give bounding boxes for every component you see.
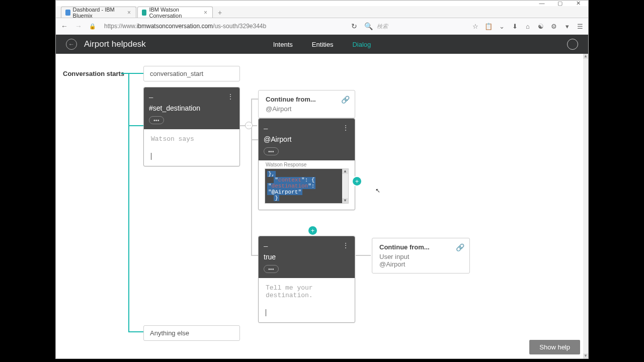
add-sibling-button[interactable]: + <box>353 177 361 186</box>
tab-close-icon[interactable]: × <box>204 9 207 16</box>
connector-line <box>356 255 371 256</box>
home-icon[interactable]: ⌂ <box>523 21 533 31</box>
link-icon[interactable]: 🔗 <box>341 96 350 104</box>
condition-more-icon[interactable]: ••• <box>149 116 164 124</box>
link-icon[interactable]: 🔗 <box>456 243 464 251</box>
connector-line <box>128 73 129 331</box>
tab-close-icon[interactable]: × <box>127 9 131 16</box>
node-header[interactable]: – ⋮ #set_destination ••• <box>144 87 239 129</box>
reload-button[interactable]: ↻ <box>349 21 360 32</box>
collapse-icon[interactable]: – <box>264 241 268 250</box>
dialog-canvas[interactable]: ▲ ▼ Conversation starts conversation_sta… <box>56 54 588 358</box>
watson-favicon-icon <box>142 10 146 16</box>
continue-target: @Airport <box>266 105 348 113</box>
node-condition: #set_destination <box>149 104 234 112</box>
browser-tab-bluemix[interactable]: Dashboard - IBM Bluemix × <box>61 7 136 18</box>
watson-response-label: Watson Response <box>259 160 355 168</box>
search-engine-icon[interactable]: 🔍 <box>363 21 374 32</box>
pocket-icon[interactable]: ⌄ <box>497 21 507 31</box>
json-text: } <box>274 195 279 201</box>
app-back-button[interactable]: ← <box>66 39 77 50</box>
hamburger-menu-icon[interactable]: ☰ <box>575 21 585 31</box>
clipboard-icon[interactable]: 📋 <box>484 21 494 31</box>
json-text: }, <box>267 171 276 177</box>
scrollbar-down-icon[interactable]: ▼ <box>583 353 588 358</box>
lock-icon[interactable]: 🔒 <box>87 21 98 32</box>
json-text: "@Airport" <box>267 189 302 195</box>
text-cursor <box>151 153 151 160</box>
scroll-up-icon[interactable]: ▲ <box>342 169 348 174</box>
url-field[interactable]: https://www.ibmwatsonconversation.com/us… <box>101 23 346 30</box>
new-tab-button[interactable]: + <box>214 8 226 18</box>
connector-line <box>251 255 258 256</box>
node-header[interactable]: – ⋮ true ••• <box>259 236 355 278</box>
window-close-button[interactable]: ✕ <box>569 0 587 6</box>
condition-more-icon[interactable]: ••• <box>264 147 279 155</box>
continue-from-card[interactable]: Continue from... 🔗 @Airport <box>258 90 355 118</box>
condition-more-icon[interactable]: ••• <box>264 265 279 273</box>
text-cursor <box>266 309 266 316</box>
tab-dialog[interactable]: Dialog <box>352 41 371 48</box>
vertical-scrollbar[interactable]: ▲ ▼ <box>583 54 588 358</box>
node-condition: @Airport <box>264 135 350 143</box>
app-header: ← Airport helpdesk Intents Entities Dial… <box>56 35 588 54</box>
url-path: /us-south/329e344b <box>213 23 266 30</box>
collapse-icon[interactable]: – <box>264 124 268 132</box>
node-menu-icon[interactable]: ⋮ <box>342 241 350 249</box>
tab-label: IBM Watson Conversation <box>149 7 200 19</box>
show-help-button[interactable]: Show help <box>529 340 580 354</box>
overflow-chevron-icon[interactable]: ▾ <box>562 21 572 31</box>
node-set-destination[interactable]: – ⋮ #set_destination ••• Watson says <box>143 87 240 166</box>
devtools-icon[interactable]: ⚙ <box>549 21 559 31</box>
window-maximize-button[interactable]: ▢ <box>551 0 569 6</box>
conversation-starts-label: Conversation starts <box>63 70 124 77</box>
workspace-title: Airport helpdesk <box>84 39 146 49</box>
child-connector-icon[interactable]: ⋯ <box>245 122 253 129</box>
connector-line <box>251 99 258 100</box>
sync-icon[interactable]: ☯ <box>536 21 546 31</box>
response-placeholder: Watson says <box>151 135 194 143</box>
downloads-icon[interactable]: ⬇ <box>510 21 520 31</box>
window-titlebar: — ▢ ✕ <box>56 1 588 6</box>
scrollbar-up-icon[interactable]: ▲ <box>583 54 588 59</box>
browser-tabstrip: Dashboard - IBM Bluemix × IBM Watson Con… <box>56 6 588 18</box>
node-response-area[interactable]: Watson says <box>144 129 239 166</box>
url-domain: ibmwatsonconversation.com <box>137 23 213 30</box>
collapse-icon[interactable]: – <box>149 93 153 101</box>
browser-tab-watson[interactable]: IBM Watson Conversation × <box>137 7 213 18</box>
continue-title: Continue from... <box>379 243 462 251</box>
back-button[interactable]: ← <box>59 21 70 32</box>
continue-target-line2: @Airport <box>379 260 462 268</box>
response-text: Tell me your destination. <box>266 284 313 299</box>
node-menu-icon[interactable]: ⋮ <box>342 124 350 132</box>
json-scrollbar[interactable]: ▲ ▼ <box>342 169 348 203</box>
node-menu-icon[interactable]: ⋮ <box>227 93 234 101</box>
node-response-area[interactable]: Tell me your destination. <box>259 278 355 322</box>
add-below-button[interactable]: + <box>308 226 317 235</box>
tab-intents[interactable]: Intents <box>273 41 293 48</box>
connector-line <box>121 73 143 74</box>
json-editor[interactable]: }, "context": { "destination": "@Airport… <box>265 168 349 204</box>
anything-else-node[interactable]: Anything else <box>143 325 240 341</box>
continue-title: Continue from... <box>266 96 348 103</box>
continue-target-line1: User input <box>379 253 462 260</box>
browser-window: — ▢ ✕ Dashboard - IBM Bluemix × IBM Wats… <box>55 0 589 359</box>
continue-from-card[interactable]: Continue from... 🔗 User input @Airport <box>372 238 470 274</box>
window-minimize-button[interactable]: — <box>533 0 551 6</box>
connector-line <box>128 331 143 332</box>
conversation-start-node[interactable]: conversation_start <box>143 66 240 81</box>
scroll-down-icon[interactable]: ▼ <box>342 198 348 203</box>
bookmark-star-icon[interactable]: ☆ <box>470 21 480 31</box>
search-field[interactable]: 検索 <box>377 23 467 30</box>
tab-entities[interactable]: Entities <box>312 41 334 48</box>
node-true[interactable]: – ⋮ true ••• Tell me your destination. <box>258 236 355 323</box>
node-header[interactable]: – ⋮ @Airport ••• <box>259 119 355 160</box>
try-it-chat-icon[interactable] <box>567 39 578 50</box>
url-prefix: https://www. <box>104 23 137 30</box>
node-condition: true <box>264 253 350 261</box>
connector-line <box>251 139 258 140</box>
forward-button[interactable]: → <box>73 21 84 32</box>
tab-label: Dashboard - IBM Bluemix <box>73 7 123 19</box>
connector-line <box>128 125 144 126</box>
node-airport-entity[interactable]: – ⋮ @Airport ••• Watson Response }, "con… <box>258 118 355 210</box>
